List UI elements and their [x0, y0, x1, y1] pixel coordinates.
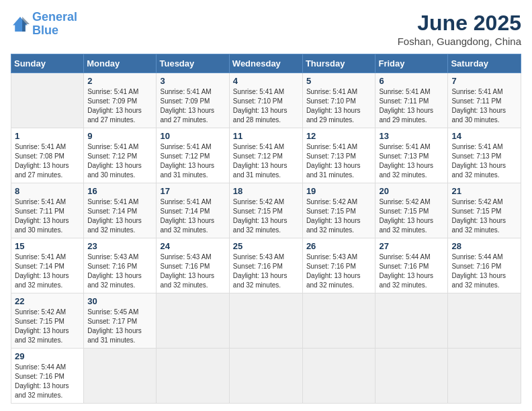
calendar-cell: 21Sunrise: 5:42 AM Sunset: 7:15 PM Dayli…	[448, 183, 521, 238]
weekday-header-saturday: Saturday	[448, 54, 521, 73]
logo-text: General Blue	[32, 11, 77, 38]
calendar-cell	[157, 293, 229, 349]
calendar-cell: 9Sunrise: 5:41 AM Sunset: 7:12 PM Daylig…	[84, 128, 157, 183]
calendar-cell: 11Sunrise: 5:41 AM Sunset: 7:12 PM Dayli…	[229, 128, 302, 183]
day-info: Sunrise: 5:45 AM Sunset: 7:17 PM Dayligh…	[87, 308, 152, 345]
day-info: Sunrise: 5:44 AM Sunset: 7:16 PM Dayligh…	[451, 253, 517, 290]
day-info: Sunrise: 5:42 AM Sunset: 7:15 PM Dayligh…	[233, 197, 299, 235]
day-number: 10	[160, 131, 225, 141]
calendar-cell	[302, 293, 375, 349]
day-number: 14	[451, 131, 517, 141]
calendar-cell	[157, 349, 229, 404]
day-info: Sunrise: 5:43 AM Sunset: 7:16 PM Dayligh…	[306, 253, 372, 290]
calendar-row: 1Sunrise: 5:41 AM Sunset: 7:08 PM Daylig…	[11, 128, 521, 183]
day-number: 19	[306, 186, 372, 196]
day-number: 9	[87, 131, 152, 141]
weekday-header-wednesday: Wednesday	[229, 54, 302, 73]
day-number: 5	[306, 76, 372, 86]
calendar-cell: 5Sunrise: 5:41 AM Sunset: 7:10 PM Daylig…	[302, 73, 375, 128]
calendar-cell: 4Sunrise: 5:41 AM Sunset: 7:10 PM Daylig…	[229, 73, 302, 128]
weekday-header-thursday: Thursday	[302, 54, 375, 73]
calendar-cell: 3Sunrise: 5:41 AM Sunset: 7:09 PM Daylig…	[157, 73, 229, 128]
day-info: Sunrise: 5:41 AM Sunset: 7:08 PM Dayligh…	[15, 142, 80, 180]
day-number: 15	[15, 241, 80, 251]
calendar-cell: 26Sunrise: 5:43 AM Sunset: 7:16 PM Dayli…	[302, 238, 375, 293]
calendar-row: 22Sunrise: 5:42 AM Sunset: 7:15 PM Dayli…	[11, 293, 521, 349]
weekday-header-monday: Monday	[84, 54, 157, 73]
day-info: Sunrise: 5:41 AM Sunset: 7:12 PM Dayligh…	[233, 142, 299, 180]
day-info: Sunrise: 5:43 AM Sunset: 7:16 PM Dayligh…	[233, 253, 299, 290]
day-info: Sunrise: 5:44 AM Sunset: 7:16 PM Dayligh…	[15, 363, 80, 400]
day-number: 13	[379, 131, 444, 141]
weekday-header-sunday: Sunday	[11, 54, 84, 73]
calendar-cell: 30Sunrise: 5:45 AM Sunset: 7:17 PM Dayli…	[84, 293, 157, 349]
title-area: June 2025 Foshan, Guangdong, China	[398, 11, 521, 47]
logo: General Blue	[11, 11, 77, 38]
weekday-header-tuesday: Tuesday	[157, 54, 229, 73]
day-number: 23	[87, 241, 152, 251]
calendar-row: 2Sunrise: 5:41 AM Sunset: 7:09 PM Daylig…	[11, 73, 521, 128]
day-info: Sunrise: 5:41 AM Sunset: 7:13 PM Dayligh…	[306, 142, 372, 180]
calendar-cell: 29Sunrise: 5:44 AM Sunset: 7:16 PM Dayli…	[11, 349, 84, 404]
day-info: Sunrise: 5:41 AM Sunset: 7:09 PM Dayligh…	[160, 87, 225, 125]
calendar-cell: 28Sunrise: 5:44 AM Sunset: 7:16 PM Dayli…	[448, 238, 521, 293]
day-number: 7	[451, 76, 517, 86]
calendar-cell: 2Sunrise: 5:41 AM Sunset: 7:09 PM Daylig…	[84, 73, 157, 128]
day-number: 28	[451, 241, 517, 251]
calendar-cell	[448, 293, 521, 349]
day-info: Sunrise: 5:41 AM Sunset: 7:12 PM Dayligh…	[87, 142, 152, 180]
calendar-cell: 25Sunrise: 5:43 AM Sunset: 7:16 PM Dayli…	[229, 238, 302, 293]
day-number: 4	[233, 76, 299, 86]
day-info: Sunrise: 5:41 AM Sunset: 7:13 PM Dayligh…	[379, 142, 444, 180]
calendar-cell	[375, 349, 448, 404]
day-number: 20	[379, 186, 444, 196]
calendar-cell: 24Sunrise: 5:43 AM Sunset: 7:16 PM Dayli…	[157, 238, 229, 293]
day-number: 25	[233, 241, 299, 251]
calendar-title: June 2025	[398, 11, 521, 36]
day-number: 1	[15, 131, 80, 141]
day-number: 29	[15, 351, 80, 361]
calendar-row: 29Sunrise: 5:44 AM Sunset: 7:16 PM Dayli…	[11, 349, 521, 404]
calendar-table: SundayMondayTuesdayWednesdayThursdayFrid…	[11, 54, 521, 404]
day-number: 8	[15, 186, 80, 196]
day-info: Sunrise: 5:41 AM Sunset: 7:14 PM Dayligh…	[15, 253, 80, 290]
calendar-cell	[375, 293, 448, 349]
calendar-cell: 10Sunrise: 5:41 AM Sunset: 7:12 PM Dayli…	[157, 128, 229, 183]
calendar-cell: 15Sunrise: 5:41 AM Sunset: 7:14 PM Dayli…	[11, 238, 84, 293]
day-info: Sunrise: 5:41 AM Sunset: 7:11 PM Dayligh…	[379, 87, 444, 125]
day-info: Sunrise: 5:44 AM Sunset: 7:16 PM Dayligh…	[379, 253, 444, 290]
calendar-row: 8Sunrise: 5:41 AM Sunset: 7:11 PM Daylig…	[11, 183, 521, 238]
calendar-cell: 13Sunrise: 5:41 AM Sunset: 7:13 PM Dayli…	[375, 128, 448, 183]
day-number: 18	[233, 186, 299, 196]
calendar-cell: 27Sunrise: 5:44 AM Sunset: 7:16 PM Dayli…	[375, 238, 448, 293]
day-info: Sunrise: 5:41 AM Sunset: 7:13 PM Dayligh…	[451, 142, 517, 180]
day-number: 26	[306, 241, 372, 251]
day-number: 3	[160, 76, 225, 86]
day-info: Sunrise: 5:41 AM Sunset: 7:14 PM Dayligh…	[87, 197, 152, 235]
day-info: Sunrise: 5:42 AM Sunset: 7:15 PM Dayligh…	[379, 197, 444, 235]
day-info: Sunrise: 5:41 AM Sunset: 7:12 PM Dayligh…	[160, 142, 225, 180]
day-number: 21	[451, 186, 517, 196]
calendar-cell: 6Sunrise: 5:41 AM Sunset: 7:11 PM Daylig…	[375, 73, 448, 128]
day-number: 16	[87, 186, 152, 196]
calendar-cell: 12Sunrise: 5:41 AM Sunset: 7:13 PM Dayli…	[302, 128, 375, 183]
day-number: 11	[233, 131, 299, 141]
calendar-cell	[229, 293, 302, 349]
day-info: Sunrise: 5:42 AM Sunset: 7:15 PM Dayligh…	[15, 308, 80, 345]
day-info: Sunrise: 5:43 AM Sunset: 7:16 PM Dayligh…	[160, 253, 225, 290]
calendar-cell	[302, 349, 375, 404]
day-number: 22	[15, 296, 80, 306]
day-info: Sunrise: 5:41 AM Sunset: 7:14 PM Dayligh…	[160, 197, 225, 235]
logo-icon	[11, 15, 30, 34]
day-number: 17	[160, 186, 225, 196]
calendar-cell: 18Sunrise: 5:42 AM Sunset: 7:15 PM Dayli…	[229, 183, 302, 238]
svg-marker-1	[22, 17, 30, 32]
day-info: Sunrise: 5:41 AM Sunset: 7:10 PM Dayligh…	[233, 87, 299, 125]
day-info: Sunrise: 5:42 AM Sunset: 7:15 PM Dayligh…	[451, 197, 517, 235]
calendar-cell	[448, 349, 521, 404]
day-info: Sunrise: 5:41 AM Sunset: 7:10 PM Dayligh…	[306, 87, 372, 125]
calendar-cell: 23Sunrise: 5:43 AM Sunset: 7:16 PM Dayli…	[84, 238, 157, 293]
day-info: Sunrise: 5:41 AM Sunset: 7:09 PM Dayligh…	[87, 87, 152, 125]
calendar-cell: 19Sunrise: 5:42 AM Sunset: 7:15 PM Dayli…	[302, 183, 375, 238]
calendar-cell	[229, 349, 302, 404]
